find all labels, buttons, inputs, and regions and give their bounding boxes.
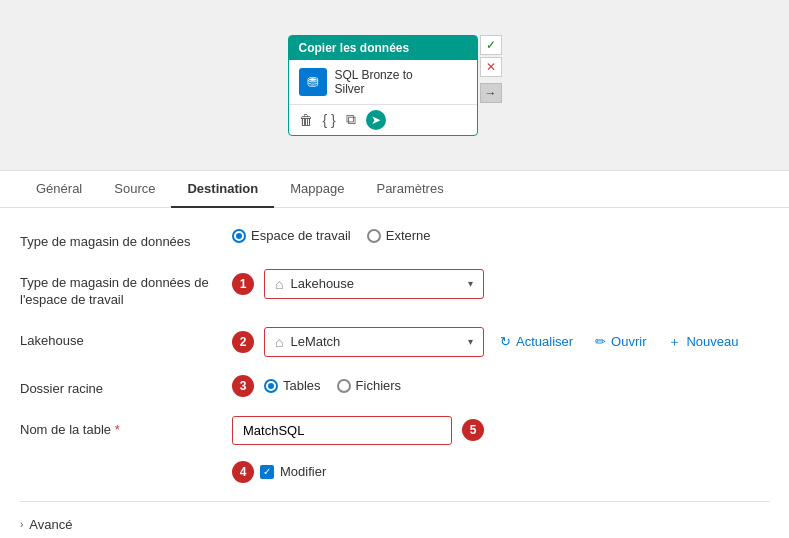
tab-section: Général Source Destination Mappage Param… <box>0 170 789 208</box>
lakehouse-controls: 2 ⌂ LeMatch ▾ ↻ Actualiser ✏ Ouvrir ＋ No… <box>232 327 769 357</box>
datastore-type-controls: Espace de travail Externe <box>232 228 769 243</box>
label-table-name-text: Nom de la table <box>20 422 111 437</box>
card-header: Copier les données <box>289 36 477 60</box>
label-table-name: Nom de la table * <box>20 416 220 439</box>
workspace-type-controls: 1 ⌂ Lakehouse ▾ <box>232 269 769 299</box>
table-name-controls: 5 4 ✓ Modifier <box>232 416 769 483</box>
avance-label: Avancé <box>29 517 72 532</box>
tab-source[interactable]: Source <box>98 171 171 208</box>
radio-tables-label: Tables <box>283 378 321 393</box>
table-name-input[interactable] <box>232 416 452 445</box>
copy-icon[interactable]: ⧉ <box>346 111 356 128</box>
card-wrapper: Copier les données ⛃ SQL Bronze toSilver… <box>288 35 502 136</box>
radio-external-circle[interactable] <box>367 229 381 243</box>
open-label: Ouvrir <box>611 334 646 349</box>
card-label: SQL Bronze toSilver <box>335 68 413 96</box>
badge-4: 4 <box>232 461 254 483</box>
modifier-checkbox-row: 4 ✓ Modifier <box>232 461 326 483</box>
label-workspace-type: Type de magasin de données del'espace de… <box>20 269 220 309</box>
form-content: Type de magasin de données Espace de tra… <box>0 208 789 538</box>
tabs: Général Source Destination Mappage Param… <box>0 171 789 208</box>
radio-files-label: Fichiers <box>356 378 402 393</box>
label-root-folder: Dossier racine <box>20 375 220 398</box>
delete-icon[interactable]: 🗑 <box>299 112 313 128</box>
canvas-area: Copier les données ⛃ SQL Bronze toSilver… <box>0 0 789 170</box>
card-db-icon: ⛃ <box>299 68 327 96</box>
lakehouse-type-select[interactable]: ⌂ Lakehouse ▾ <box>264 269 484 299</box>
lakehouse-value: LeMatch <box>290 334 340 349</box>
refresh-button[interactable]: ↻ Actualiser <box>494 330 579 353</box>
lakehouse-type-chevron: ▾ <box>468 278 473 289</box>
radio-tables[interactable]: Tables <box>264 378 321 393</box>
root-folder-controls: 3 Tables Fichiers <box>232 375 769 397</box>
copy-data-card[interactable]: Copier les données ⛃ SQL Bronze toSilver… <box>288 35 478 136</box>
new-label: Nouveau <box>686 334 738 349</box>
tab-general[interactable]: Général <box>20 171 98 208</box>
tab-parametres[interactable]: Paramètres <box>360 171 459 208</box>
radio-workspace-circle[interactable] <box>232 229 246 243</box>
refresh-label: Actualiser <box>516 334 573 349</box>
lakehouse-type-icon: ⌂ <box>275 276 283 292</box>
radio-files-circle[interactable] <box>337 379 351 393</box>
table-name-input-row: 5 <box>232 416 484 445</box>
open-button[interactable]: ✏ Ouvrir <box>589 330 652 353</box>
tab-destination[interactable]: Destination <box>171 171 274 208</box>
form-row-lakehouse: Lakehouse 2 ⌂ LeMatch ▾ ↻ Actualiser ✏ O… <box>20 327 769 357</box>
badge-5: 5 <box>462 419 484 441</box>
side-arrow[interactable]: → <box>480 83 502 103</box>
run-icon[interactable]: ➤ <box>366 110 386 130</box>
lakehouse-select[interactable]: ⌂ LeMatch ▾ <box>264 327 484 357</box>
datastore-type-radio-group: Espace de travail Externe <box>232 228 431 243</box>
badge-1: 1 <box>232 273 254 295</box>
card-side-buttons: ✓ ✕ → <box>480 35 502 103</box>
code-icon[interactable]: { } <box>323 112 336 128</box>
new-button[interactable]: ＋ Nouveau <box>662 329 744 355</box>
card-body: ⛃ SQL Bronze toSilver <box>289 60 477 104</box>
check-button[interactable]: ✓ <box>480 35 502 55</box>
label-datastore-type: Type de magasin de données <box>20 228 220 251</box>
new-icon: ＋ <box>668 333 681 351</box>
x-button[interactable]: ✕ <box>480 57 502 77</box>
radio-workspace[interactable]: Espace de travail <box>232 228 351 243</box>
form-row-table-name: Nom de la table * 5 4 ✓ Modifier <box>20 416 769 483</box>
divider <box>20 501 769 502</box>
form-row-root-folder: Dossier racine 3 Tables Fichiers <box>20 375 769 398</box>
radio-external-label: Externe <box>386 228 431 243</box>
refresh-icon: ↻ <box>500 334 511 349</box>
card-footer[interactable]: 🗑 { } ⧉ ➤ <box>289 104 477 135</box>
avance-chevron: › <box>20 519 23 530</box>
required-marker: * <box>111 422 120 437</box>
badge-2: 2 <box>232 331 254 353</box>
form-row-workspace-type: Type de magasin de données del'espace de… <box>20 269 769 309</box>
lakehouse-type-select-inner: ⌂ Lakehouse <box>275 276 354 292</box>
modifier-label: Modifier <box>280 464 326 479</box>
lakehouse-select-inner: ⌂ LeMatch <box>275 334 340 350</box>
card-header-label: Copier les données <box>299 41 410 55</box>
open-icon: ✏ <box>595 334 606 349</box>
radio-files[interactable]: Fichiers <box>337 378 402 393</box>
radio-workspace-label: Espace de travail <box>251 228 351 243</box>
avance-row[interactable]: › Avancé <box>20 517 769 532</box>
form-row-datastore-type: Type de magasin de données Espace de tra… <box>20 228 769 251</box>
label-lakehouse: Lakehouse <box>20 327 220 350</box>
lakehouse-type-value: Lakehouse <box>290 276 354 291</box>
lakehouse-chevron: ▾ <box>468 336 473 347</box>
root-folder-radio-group: Tables Fichiers <box>264 378 401 393</box>
radio-external[interactable]: Externe <box>367 228 431 243</box>
radio-tables-circle[interactable] <box>264 379 278 393</box>
lakehouse-icon: ⌂ <box>275 334 283 350</box>
modifier-checkbox[interactable]: ✓ <box>260 465 274 479</box>
tab-mappage[interactable]: Mappage <box>274 171 360 208</box>
badge-3: 3 <box>232 375 254 397</box>
